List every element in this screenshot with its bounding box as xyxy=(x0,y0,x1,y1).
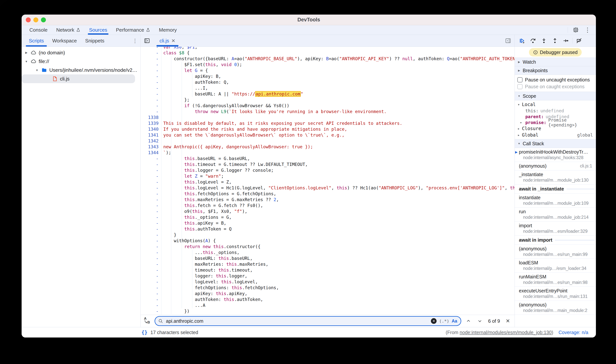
line-gutter[interactable]: 1343 xyxy=(140,144,161,150)
frame-location[interactable]: node:internal/p…/esm_loader:34 xyxy=(519,266,593,271)
line-gutter[interactable]: - xyxy=(140,208,161,214)
line-gutter[interactable]: - xyxy=(140,185,161,191)
code-line[interactable]: - authToken: this.authToken, xyxy=(140,297,515,302)
code-line[interactable]: - return new this.constructor({ xyxy=(140,244,515,250)
line-gutter[interactable]: - xyxy=(140,79,161,85)
scope-group-global[interactable]: ▶Globalglobal xyxy=(515,132,596,138)
frame-location[interactable]: node:internal/m…module_job:214 xyxy=(519,215,593,220)
navigator-tab-snippets[interactable]: Snippets xyxy=(81,35,109,47)
tree-item[interactable]: cli.js xyxy=(22,74,135,83)
line-gutter[interactable]: - xyxy=(140,56,161,62)
tree-item[interactable]: ▼file:// xyxy=(22,57,140,66)
code-line[interactable]: - o9(this, $F1, Xs0, "f"), xyxy=(140,208,515,214)
regex-toggle[interactable]: (.*) xyxy=(439,319,449,324)
code-line[interactable]: - baseURL: A || "https://api.anthropic.c… xyxy=(140,91,515,97)
settings-gear-icon[interactable] xyxy=(572,26,580,34)
replace-toggle-icon[interactable]: A B xyxy=(144,317,152,325)
frame-location[interactable]: node:internal/m…s/run_main:131 xyxy=(519,294,593,299)
frame-location[interactable]: node:internal/m…es/run_main:98 xyxy=(519,280,593,285)
line-gutter[interactable]: - xyxy=(140,47,161,50)
code-line[interactable]: - } xyxy=(140,232,515,238)
coverage-link[interactable]: Coverage: n/a xyxy=(559,330,588,335)
line-gutter[interactable]: - xyxy=(140,267,161,273)
line-gutter[interactable]: - xyxy=(140,168,161,173)
code-line[interactable]: -class $8 { xyxy=(140,50,515,56)
line-gutter[interactable]: - xyxy=(140,179,161,185)
scope-group-local[interactable]: ▼Local xyxy=(515,101,596,108)
section-scope[interactable]: ▼ Scope xyxy=(515,92,596,100)
call-stack-frame[interactable]: (anonymous)node:internal/m…main_module:2 xyxy=(515,301,596,315)
line-gutter[interactable]: 1338 xyxy=(140,115,161,120)
search-input-container[interactable]: ✕ (.*) Aa xyxy=(154,316,461,326)
pretty-print-icon[interactable]: {} xyxy=(141,329,147,335)
dock-debugger-sidebar-icon[interactable] xyxy=(504,37,512,44)
step-into-icon[interactable] xyxy=(539,37,548,45)
code-line[interactable]: 1341you can set the \`dangerouslyAllowBr… xyxy=(140,132,515,138)
tree-arrow-icon[interactable]: ▶ xyxy=(24,51,28,54)
tab-memory[interactable]: Memory xyxy=(154,25,181,35)
close-search-icon[interactable]: ✕ xyxy=(504,318,512,324)
resume-script-icon[interactable] xyxy=(517,37,527,45)
tree-arrow-icon[interactable]: ▼ xyxy=(35,69,39,72)
call-stack-frame[interactable]: instantiatenode:internal/m…module_job:10… xyxy=(515,194,596,208)
code-line[interactable]: - timeout: this.timeout, xyxy=(140,267,515,273)
line-gutter[interactable]: - xyxy=(140,162,161,168)
line-gutter[interactable]: - xyxy=(140,285,161,291)
code-line[interactable]: - $F1.set(this, void 0); xyxy=(140,62,515,68)
call-stack-frame[interactable]: (anonymous)cli.js:1 xyxy=(515,162,596,170)
code-line[interactable]: 1338 xyxy=(140,115,515,120)
line-gutter[interactable]: - xyxy=(140,314,161,315)
checkbox[interactable] xyxy=(517,77,522,82)
line-gutter[interactable]: - xyxy=(140,173,161,179)
line-gutter[interactable]: 1344 xyxy=(140,150,161,156)
code-line[interactable]: - baseURL: this.baseURL, xyxy=(140,256,515,261)
line-gutter[interactable]: - xyxy=(140,68,161,74)
frame-location[interactable]: node:internal/m…module_job:130 xyxy=(519,178,593,183)
line-gutter[interactable]: - xyxy=(140,232,161,238)
code-line[interactable]: - apiKey: this.apiKey, xyxy=(140,291,515,297)
code-line[interactable]: - logger: this.logger, xyxy=(140,273,515,279)
code-line[interactable]: - ...A xyxy=(140,302,515,308)
step-icon[interactable] xyxy=(561,37,571,45)
line-gutter[interactable]: - xyxy=(140,103,161,109)
line-gutter[interactable]: - xyxy=(140,74,161,79)
code-line[interactable]: - this.logLevel = Z, xyxy=(140,179,515,185)
line-gutter[interactable]: - xyxy=(140,226,161,232)
file-tab-clijs[interactable]: cli.js ✕ xyxy=(156,35,179,47)
section-watch[interactable]: ▶ Watch xyxy=(515,58,596,66)
section-call-stack[interactable]: ▼ Call Stack xyxy=(515,139,596,148)
step-over-icon[interactable] xyxy=(528,37,537,45)
clear-search-icon[interactable]: ✕ xyxy=(431,318,437,324)
code-line[interactable]: - this.timeout = G.timeout ?? Lw.DEFAULT… xyxy=(140,162,515,168)
code-editor[interactable]: -var Xs0, $F1;-class $8 {- constructor({… xyxy=(140,47,515,315)
code-line[interactable]: - constructor({baseURL: A=ao("ANTHROPIC_… xyxy=(140,56,515,62)
collapse-navigator-icon[interactable] xyxy=(143,37,151,44)
code-line[interactable]: - this.apiKey = B, xyxy=(140,220,515,226)
source-file-link[interactable]: node:internal/modules/esm/module_job:130 xyxy=(460,330,552,335)
code-line[interactable]: - this.logger = G.logger ?? console; xyxy=(140,168,515,173)
code-line[interactable]: -var Xs0, $F1; xyxy=(140,47,515,50)
tree-item[interactable]: ▼Users/jinhuilee/.nvm/versions/node/v2… xyxy=(22,66,140,74)
line-gutter[interactable]: - xyxy=(140,203,161,208)
line-gutter[interactable]: - xyxy=(140,197,161,203)
tab-performance[interactable]: Performance xyxy=(112,25,154,35)
checkbox[interactable] xyxy=(517,84,522,89)
line-gutter[interactable]: - xyxy=(140,291,161,297)
code-line[interactable]: - withOptions(A) { xyxy=(140,238,515,244)
code-line[interactable]: - let G = { xyxy=(140,68,515,74)
call-stack-frame[interactable]: importnode:internal/m…esm/loader:329 xyxy=(515,221,596,236)
code-line[interactable]: - this.authToken = Q xyxy=(140,226,515,232)
frame-location[interactable]: node:internal/m…es/run_main:99 xyxy=(519,252,593,257)
code-line[interactable]: - ...I, xyxy=(140,85,515,91)
call-stack-frame[interactable]: ▶promiseInitHookWithDestroyTr…node:inter… xyxy=(515,148,596,162)
line-gutter[interactable]: - xyxy=(140,156,161,162)
code-line[interactable]: - authToken: Q, xyxy=(140,79,515,85)
line-gutter[interactable]: - xyxy=(140,297,161,302)
frame-location[interactable]: node:internal/m…module_job:109 xyxy=(519,201,593,206)
next-match-button[interactable] xyxy=(476,317,484,325)
line-gutter[interactable]: - xyxy=(140,214,161,220)
code-line[interactable]: - this.logLevel = Hc1(G.logLevel, "Clien… xyxy=(140,185,515,191)
code-line[interactable]: 1342 xyxy=(140,138,515,144)
code-line[interactable]: - if (!G.dangerouslyAllowBrowser && Ys0(… xyxy=(140,103,515,109)
call-stack-frame[interactable]: loadESMnode:internal/p…/esm_loader:34 xyxy=(515,259,596,273)
